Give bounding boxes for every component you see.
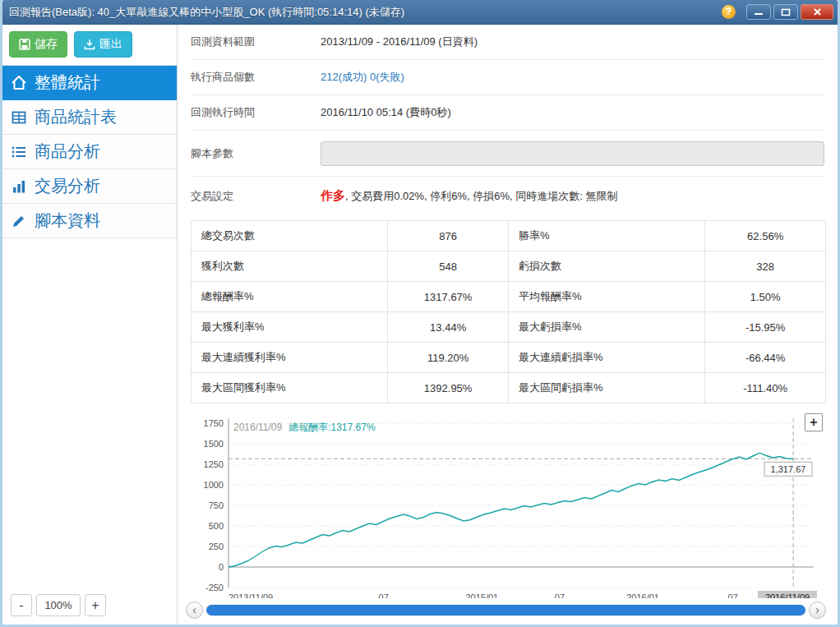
sidebar-item-product-stats-table[interactable]: 商品統計表 [2, 100, 177, 135]
svg-text:1,317.67: 1,317.67 [771, 464, 806, 474]
zoom-controls: - 100% + [2, 588, 177, 625]
svg-text:1500: 1500 [204, 439, 224, 449]
maximize-icon [781, 8, 791, 16]
stat-label: 最大區間獲利率% [192, 373, 388, 403]
sidebar-item-product-analysis[interactable]: 商品分析 [2, 135, 177, 169]
list-icon [11, 144, 27, 160]
stat-value: -15.95% [705, 312, 826, 343]
window: 回測報告(Beta版): 40_大單敲進線又棒的中小型股_OK (執行時間:05… [0, 0, 840, 627]
stat-label: 平均報酬率% [508, 282, 704, 312]
table-row: 最大區間獲利率% 1392.95% 最大區間虧損率% -111.40% [192, 373, 826, 403]
close-button[interactable] [801, 4, 833, 20]
info-label: 執行商品個數 [191, 70, 321, 85]
sidebar-item-label: 商品統計表 [35, 106, 117, 128]
svg-text:2013/11/09: 2013/11/09 [228, 592, 273, 598]
stat-label: 最大區間虧損率% [508, 373, 704, 403]
sidebar-item-trade-analysis[interactable]: 交易分析 [2, 169, 177, 204]
zoom-in-button[interactable]: + [85, 594, 106, 616]
svg-text:0: 0 [219, 562, 224, 572]
stat-value: 1317.67% [388, 282, 509, 312]
info-label: 腳本參數 [191, 146, 321, 161]
stat-label: 總交易次數 [192, 221, 388, 251]
svg-text:1750: 1750 [204, 418, 224, 428]
sidebar-item-label: 商品分析 [35, 141, 100, 163]
svg-text:2016/11/09: 2016/11/09 [765, 592, 810, 598]
returns-chart-plot[interactable]: 17501500125010007505002500-2502013/11/09… [191, 413, 820, 598]
stats-table: 總交易次數 876 勝率% 62.56% 獲利次數 548 虧損次數 328 總… [191, 220, 826, 403]
sidebar-item-script-data[interactable]: 腳本資料 [2, 204, 177, 238]
stat-value: 62.56% [705, 221, 826, 251]
stat-label: 虧損次數 [508, 251, 704, 282]
zoom-out-button[interactable]: - [11, 594, 32, 616]
info-row-trade-settings: 交易設定 作多, 交易費用0.02%, 停利6%, 停損6%, 同時進場次數: … [191, 177, 826, 215]
svg-text:07: 07 [555, 592, 565, 598]
stat-value: -111.40% [705, 373, 826, 403]
stat-value: 119.20% [388, 343, 509, 373]
info-row-run-time: 回測執行時間 2016/11/10 05:14 (費時0秒) [191, 95, 826, 131]
pencil-icon [11, 213, 27, 229]
scroll-right-button[interactable]: › [809, 602, 826, 619]
chart-zoom-in-button[interactable]: + [805, 413, 823, 431]
save-button[interactable]: 儲存 [9, 31, 67, 58]
help-button[interactable]: ? [722, 5, 736, 19]
table-row: 獲利次數 548 虧損次數 328 [192, 251, 826, 282]
svg-text:500: 500 [209, 521, 224, 531]
home-icon [11, 75, 27, 91]
close-icon [813, 7, 822, 16]
info-label: 交易設定 [191, 189, 321, 204]
stat-value: 548 [388, 251, 509, 282]
svg-text:07: 07 [379, 592, 389, 598]
scrollbar-track[interactable] [205, 604, 806, 616]
trade-settings-text: , 交易費用0.02%, 停利6%, 停損6%, 同時進場次數: 無限制 [345, 190, 618, 202]
export-button-label: 匯出 [99, 37, 122, 52]
title-bar[interactable]: 回測報告(Beta版): 40_大單敲進線又棒的中小型股_OK (執行時間:05… [2, 0, 838, 25]
table-icon [11, 109, 27, 126]
svg-text:750: 750 [209, 500, 224, 510]
stat-label: 最大連續獲利率% [192, 343, 388, 373]
scrollbar-thumb[interactable] [206, 605, 805, 615]
info-label: 回測資料範圍 [191, 35, 321, 49]
trade-direction: 作多 [321, 188, 345, 202]
export-icon [84, 39, 95, 50]
table-row: 總報酬率% 1317.67% 平均報酬率% 1.50% [192, 282, 826, 312]
info-row-script-params: 腳本參數 [191, 131, 826, 177]
stat-value: 1.50% [705, 282, 826, 312]
table-row: 總交易次數 876 勝率% 62.56% [192, 221, 826, 251]
sidebar-item-label: 腳本資料 [35, 210, 100, 232]
stat-value: 1392.95% [388, 373, 509, 403]
svg-text:2016/01: 2016/01 [626, 592, 659, 598]
returns-chart: 17501500125010007505002500-2502013/11/09… [191, 413, 826, 598]
zoom-level: 100% [36, 594, 81, 616]
info-label: 回測執行時間 [191, 105, 321, 120]
info-row-data-range: 回測資料範圍 2013/11/09 - 2016/11/09 (日資料) [191, 25, 826, 60]
info-row-product-count: 執行商品個數 212(成功) 0(失敗) [191, 60, 826, 95]
maximize-button[interactable] [773, 4, 798, 20]
stat-value: -66.44% [705, 343, 826, 373]
bar-chart-icon [11, 178, 27, 195]
svg-text:2016/11/09總報酬率:1317.67%: 2016/11/09總報酬率:1317.67% [233, 422, 376, 433]
stat-label: 總報酬率% [192, 282, 388, 312]
info-value: 2013/11/09 - 2016/11/09 (日資料) [321, 35, 478, 49]
scroll-left-button[interactable]: ‹ [186, 602, 203, 619]
table-row: 最大獲利率% 13.44% 最大虧損率% -15.95% [192, 312, 826, 343]
save-button-label: 儲存 [35, 37, 58, 52]
stat-label: 勝率% [508, 221, 704, 251]
stat-label: 最大獲利率% [192, 312, 388, 343]
stat-value: 13.44% [388, 312, 509, 343]
sidebar-item-overall-stats[interactable]: 整體統計 [2, 66, 177, 100]
info-value: 2016/11/10 05:14 (費時0秒) [321, 105, 451, 120]
stat-label: 最大連續虧損率% [508, 343, 704, 373]
sidebar-item-label: 交易分析 [35, 175, 100, 197]
minimize-button[interactable] [746, 4, 771, 20]
table-row: 最大連續獲利率% 119.20% 最大連續虧損率% -66.44% [192, 343, 826, 373]
info-value: 212(成功) 0(失敗) [321, 70, 404, 85]
svg-text:07: 07 [728, 592, 738, 598]
script-params-input[interactable] [321, 141, 824, 166]
stat-label: 獲利次數 [192, 251, 388, 282]
horizontal-scrollbar[interactable]: ‹ › [186, 601, 826, 619]
export-button[interactable]: 匯出 [74, 31, 132, 58]
stat-value: 876 [388, 221, 509, 251]
svg-text:1000: 1000 [204, 480, 224, 490]
main-panel: 回測資料範圍 2013/11/09 - 2016/11/09 (日資料) 執行商… [177, 25, 838, 625]
sidebar-item-label: 整體統計 [35, 71, 100, 94]
